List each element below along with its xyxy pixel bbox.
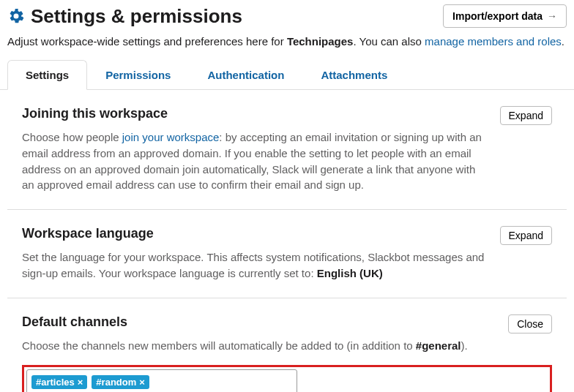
page-title: Settings & permissions xyxy=(31,5,242,28)
arrow-right-icon: → xyxy=(547,10,557,22)
joining-title: Joining this workspace xyxy=(22,106,168,121)
chip-remove-icon[interactable]: × xyxy=(139,377,145,388)
chip-label: #random xyxy=(96,377,136,388)
tab-permissions[interactable]: Permissions xyxy=(87,60,189,90)
tab-settings[interactable]: Settings xyxy=(7,60,87,90)
import-export-label: Import/export data xyxy=(452,10,543,22)
chip-articles[interactable]: #articles × xyxy=(31,375,87,389)
tab-attachments[interactable]: Attachments xyxy=(302,60,406,90)
join-workspace-link[interactable]: join your workspace xyxy=(122,131,220,143)
tab-authentication[interactable]: Authentication xyxy=(189,60,302,90)
joining-expand-button[interactable]: Expand xyxy=(500,106,552,125)
channels-input[interactable]: #articles × #random × xyxy=(26,369,297,392)
section-language: Workspace language Expand Set the langua… xyxy=(7,210,567,298)
language-desc: Set the language for your workspace. Thi… xyxy=(22,249,491,282)
import-export-button[interactable]: Import/export data → xyxy=(443,4,567,28)
channels-title: Default channels xyxy=(22,314,127,330)
tab-bar: Settings Permissions Authentication Atta… xyxy=(0,59,574,90)
channels-desc: Choose the channels new members will aut… xyxy=(22,338,491,354)
language-expand-button[interactable]: Expand xyxy=(500,226,552,245)
page-subtitle: Adjust workspace-wide settings and prefe… xyxy=(0,35,574,59)
channels-close-button[interactable]: Close xyxy=(508,314,552,333)
chip-label: #articles xyxy=(36,377,75,388)
language-title: Workspace language xyxy=(22,226,154,241)
section-default-channels: Default channels Close Choose the channe… xyxy=(7,298,567,393)
section-joining: Joining this workspace Expand Choose how… xyxy=(7,90,567,210)
manage-members-link[interactable]: manage members and roles xyxy=(425,35,562,48)
chip-random[interactable]: #random × xyxy=(92,375,149,389)
chip-remove-icon[interactable]: × xyxy=(78,377,83,388)
channels-input-highlight: #articles × #random × xyxy=(22,365,552,392)
gear-icon xyxy=(7,7,25,25)
joining-desc: Choose how people join your workspace: b… xyxy=(22,129,491,193)
